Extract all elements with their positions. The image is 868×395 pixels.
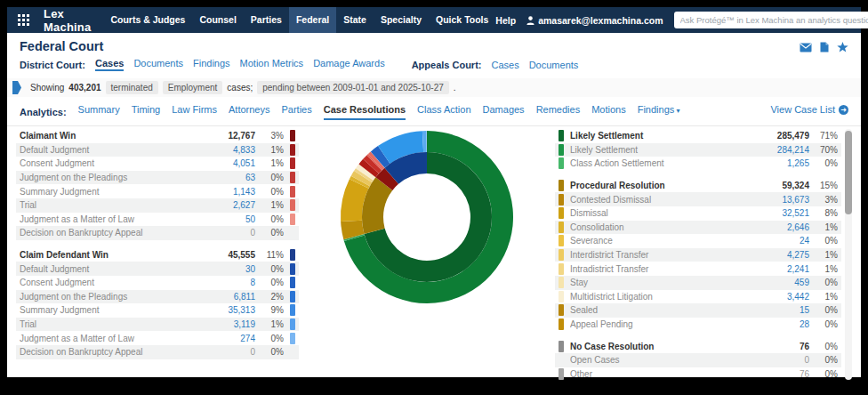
row-color-strip bbox=[559, 157, 564, 169]
row-value-link[interactable]: 13,673 bbox=[758, 195, 809, 205]
filter-expand-icon[interactable] bbox=[12, 81, 21, 94]
nav-item-specialty[interactable]: Specialty bbox=[374, 7, 429, 33]
row-value-link[interactable]: 32,521 bbox=[758, 208, 809, 218]
row-label: Contested Dismissal bbox=[570, 195, 758, 205]
district-link-documents[interactable]: Documents bbox=[133, 58, 183, 71]
tab-class-action[interactable]: Class Action bbox=[417, 104, 471, 120]
district-link-motion-metrics[interactable]: Motion Metrics bbox=[240, 58, 304, 71]
row-color-strip bbox=[290, 172, 295, 183]
tab-summary[interactable]: Summary bbox=[78, 104, 120, 120]
tab-parties[interactable]: Parties bbox=[281, 104, 311, 120]
row-value-link[interactable]: 6,811 bbox=[204, 292, 255, 302]
row-color-strip bbox=[290, 144, 295, 156]
search-box bbox=[674, 12, 868, 28]
appeals-link-cases[interactable]: Cases bbox=[491, 60, 518, 70]
district-link-damage-awards[interactable]: Damage Awards bbox=[313, 58, 385, 71]
scrollbar-track[interactable] bbox=[845, 129, 852, 380]
table-row: Intradistrict Transfer2,2411% bbox=[555, 262, 841, 276]
row-value-link[interactable]: 1,265 bbox=[758, 158, 809, 168]
app-grid-icon[interactable] bbox=[18, 14, 29, 26]
header-actions bbox=[800, 42, 848, 52]
appeals-court-label: Appeals Court: bbox=[412, 60, 482, 70]
row-label: Judgment as a Matter of Law bbox=[20, 334, 204, 343]
row-value-link[interactable]: 63 bbox=[204, 173, 255, 182]
row-percent: 0% bbox=[809, 319, 838, 329]
row-percent: 0% bbox=[255, 214, 284, 224]
help-link[interactable]: Help bbox=[495, 15, 516, 26]
district-court-label: District Court: bbox=[20, 60, 85, 70]
row-value-link[interactable]: 3,119 bbox=[204, 319, 255, 329]
brand-name[interactable]: Lex Machina bbox=[44, 7, 91, 34]
table-row: Consent Judgment80% bbox=[16, 276, 299, 290]
nav-item-quick-tools[interactable]: Quick Tools bbox=[429, 7, 495, 33]
filter-chip-employment[interactable]: Employment bbox=[163, 81, 223, 94]
row-label: Claim Defendant Win bbox=[20, 250, 204, 260]
row-value-link[interactable]: 8 bbox=[204, 278, 255, 287]
table-row: Interdistrict Transfer4,2751% bbox=[555, 248, 841, 262]
row-value-link[interactable]: 459 bbox=[758, 278, 809, 287]
user-menu[interactable]: amasarek@lexmachina.com bbox=[526, 15, 663, 26]
appeals-link-documents[interactable]: Documents bbox=[529, 60, 579, 70]
chart-area bbox=[299, 129, 555, 381]
row-value-link[interactable]: 35,313 bbox=[204, 305, 255, 315]
row-value-link[interactable]: 30 bbox=[204, 264, 255, 274]
scrollbar-thumb[interactable] bbox=[845, 131, 852, 214]
row-color-strip bbox=[559, 144, 564, 156]
nav-item-state[interactable]: State bbox=[336, 7, 374, 33]
table-row: Decision on Bankruptcy Appeal00% bbox=[16, 345, 299, 359]
search-input[interactable] bbox=[674, 15, 868, 25]
row-value-link[interactable]: 284,214 bbox=[758, 145, 809, 155]
row-value-link[interactable]: 2,241 bbox=[758, 264, 809, 274]
email-icon[interactable] bbox=[800, 43, 812, 52]
star-icon[interactable] bbox=[837, 42, 848, 52]
tab-remedies[interactable]: Remedies bbox=[536, 104, 581, 120]
row-value-link[interactable]: 2,627 bbox=[204, 200, 255, 210]
row-value-link[interactable]: 2,646 bbox=[758, 222, 809, 232]
row-value-link[interactable]: 4,275 bbox=[758, 250, 809, 260]
nav-items: Courts & JudgesCounselPartiesFederalStat… bbox=[103, 7, 495, 33]
row-percent: 3% bbox=[255, 131, 284, 141]
tab-timing[interactable]: Timing bbox=[132, 104, 161, 120]
tab-motions[interactable]: Motions bbox=[591, 104, 626, 120]
tab-case-resolutions[interactable]: Case Resolutions bbox=[324, 104, 406, 120]
row-value-link[interactable]: 24 bbox=[758, 236, 809, 246]
row-value-link[interactable]: 3,442 bbox=[758, 292, 809, 302]
tab-findings[interactable]: Findings ▾ bbox=[638, 104, 680, 120]
tab-damages[interactable]: Damages bbox=[483, 104, 525, 120]
row-value-link[interactable]: 28 bbox=[758, 319, 809, 329]
appeals-court-links: CasesDocuments bbox=[491, 60, 578, 70]
row-percent: 0% bbox=[255, 278, 284, 287]
district-link-cases[interactable]: Cases bbox=[95, 58, 124, 71]
row-value-link[interactable]: 4,833 bbox=[204, 145, 255, 155]
filter-chip-date-range[interactable]: pending between 2009-01-01 and 2025-10-2… bbox=[257, 81, 449, 94]
row-label: Multidistrict Litigation bbox=[570, 292, 758, 302]
nav-item-counsel[interactable]: Counsel bbox=[192, 7, 243, 33]
district-link-findings[interactable]: Findings bbox=[193, 58, 230, 71]
nav-item-federal[interactable]: Federal bbox=[289, 7, 336, 33]
row-value-link[interactable]: 274 bbox=[204, 334, 255, 343]
row-value-link[interactable]: 50 bbox=[204, 214, 255, 224]
filter-chip-terminated[interactable]: terminated bbox=[106, 81, 158, 94]
view-case-list-link[interactable]: View Case List ➜ bbox=[770, 104, 848, 115]
document-icon[interactable] bbox=[820, 42, 829, 52]
row-color-strip bbox=[559, 130, 564, 141]
row-percent: 0% bbox=[809, 305, 838, 315]
row-label: Decision on Bankruptcy Appeal bbox=[20, 347, 204, 357]
nav-item-courts-judges[interactable]: Courts & Judges bbox=[103, 7, 192, 33]
resolution-table-right-wrap: Likely Settlement285,47971%Likely Settle… bbox=[555, 129, 852, 381]
table-row: Default Judgment300% bbox=[16, 262, 299, 276]
district-court-links: CasesDocumentsFindingsMotion MetricsDama… bbox=[95, 58, 385, 71]
tab-law-firms[interactable]: Law Firms bbox=[172, 104, 217, 120]
row-color-strip bbox=[290, 291, 295, 302]
row-percent: 0% bbox=[255, 173, 284, 182]
row-value-link[interactable]: 1,143 bbox=[204, 187, 255, 197]
row-value-link[interactable]: 4,051 bbox=[204, 158, 255, 168]
row-color-strip bbox=[290, 199, 295, 211]
row-color-strip bbox=[290, 214, 295, 225]
row-value-link[interactable]: 15 bbox=[758, 305, 809, 315]
case-count: 403,201 bbox=[68, 83, 100, 93]
row-color-strip bbox=[290, 333, 295, 344]
showing-label: Showing bbox=[30, 83, 64, 93]
tab-attorneys[interactable]: Attorneys bbox=[229, 104, 269, 120]
nav-item-parties[interactable]: Parties bbox=[244, 7, 289, 33]
